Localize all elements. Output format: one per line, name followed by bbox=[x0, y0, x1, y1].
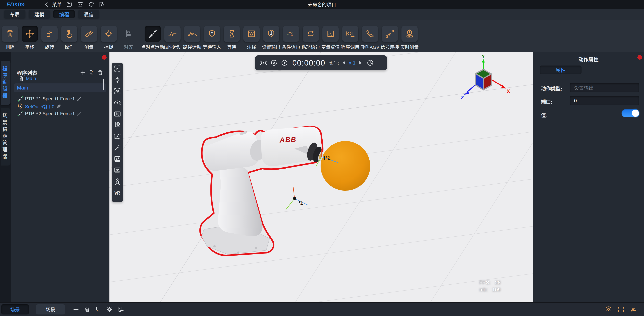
tool-set-output[interactable]: 设置输出 bbox=[261, 26, 281, 50]
code-window-icon[interactable] bbox=[77, 1, 84, 8]
side-tab-scene-manager[interactable]: 场景资源管理器 bbox=[1, 108, 10, 166]
tool-comment[interactable]: 注释 bbox=[242, 26, 261, 50]
speed-down-icon[interactable] bbox=[341, 60, 347, 66]
tool-label: 测量 bbox=[84, 44, 94, 50]
tool-if-statement[interactable]: IF()条件语句 bbox=[281, 26, 301, 50]
screen-refresh-icon[interactable] bbox=[113, 155, 122, 163]
wait-icon bbox=[224, 26, 240, 42]
tool-label: 设置输出 bbox=[262, 44, 280, 50]
tool-move[interactable]: 平移 bbox=[20, 26, 40, 50]
bottom-tabs: 场景场景 bbox=[0, 304, 65, 314]
call-icon bbox=[342, 26, 358, 42]
ribbon-tab-布局[interactable]: 布局 bbox=[4, 10, 25, 18]
clock-icon[interactable] bbox=[366, 59, 374, 67]
reset-icon[interactable] bbox=[270, 59, 278, 67]
vr-icon[interactable]: VR bbox=[113, 189, 122, 197]
record-icon[interactable] bbox=[605, 306, 612, 313]
export-icon[interactable] bbox=[117, 306, 124, 313]
tool-label: 对齐 bbox=[124, 44, 133, 50]
back-icon[interactable] bbox=[44, 1, 50, 8]
tool-measure-rt[interactable]: 实时测量 bbox=[400, 26, 419, 50]
arrow-eye-icon[interactable] bbox=[113, 144, 122, 152]
scene-tab-2[interactable]: 场景 bbox=[36, 304, 65, 314]
tool-rotate[interactable]: 旋转 bbox=[40, 26, 59, 50]
eye-fit-icon[interactable] bbox=[113, 87, 122, 95]
bottom-right-actions bbox=[605, 306, 637, 313]
tool-label: 呼叫AGV bbox=[360, 44, 379, 50]
copy2-icon[interactable] bbox=[95, 306, 102, 313]
broadcast-icon[interactable] bbox=[260, 59, 267, 67]
tool-label: 等待 bbox=[227, 44, 236, 50]
ruler-icon bbox=[81, 26, 97, 42]
play-icon[interactable] bbox=[280, 59, 288, 67]
ribbon-tab-通信[interactable]: 通信 bbox=[78, 10, 99, 18]
trash-icon[interactable] bbox=[97, 70, 103, 76]
program-file-row[interactable]: Main bbox=[11, 75, 110, 82]
axes-eye-icon[interactable] bbox=[113, 132, 122, 140]
orientation-gizmo: Y X Z bbox=[461, 54, 510, 100]
ribbon-tab-建模[interactable]: 建模 bbox=[29, 10, 50, 18]
comment-icon bbox=[244, 26, 260, 42]
ribbon-tab-编程[interactable]: 编程 bbox=[53, 10, 75, 18]
fullscreen-icon[interactable] bbox=[617, 306, 625, 313]
tool-wait[interactable]: 等待 bbox=[222, 26, 242, 50]
tool-hand[interactable]: 操作 bbox=[59, 26, 79, 50]
tool-phone[interactable]: 呼叫AGV bbox=[360, 26, 380, 50]
tool-ruler[interactable]: 测量 bbox=[79, 26, 99, 50]
app-logo: FDsim bbox=[6, 1, 25, 8]
tool-signal[interactable]: 信号连接 bbox=[380, 26, 400, 50]
properties-panel: 动作属性 属性 动作类型: 设置输出 端口: 0 值: bbox=[533, 52, 644, 302]
save-icon[interactable] bbox=[66, 1, 72, 8]
gear-icon[interactable] bbox=[106, 306, 113, 313]
eye-slash-icon[interactable] bbox=[76, 96, 82, 102]
scene-tab-1[interactable]: 场景 bbox=[1, 304, 29, 314]
expand-icon[interactable] bbox=[113, 110, 122, 118]
program-line-2[interactable]: SetOut 端口 0 bbox=[11, 102, 110, 110]
tool-label: 捕捉 bbox=[104, 44, 113, 50]
trash-icon[interactable] bbox=[84, 306, 90, 313]
linear-icon bbox=[164, 26, 180, 42]
tool-trash[interactable]: 删除 bbox=[0, 26, 20, 50]
tool-path-motion[interactable]: 路径运动 bbox=[182, 26, 202, 50]
eye-slash-icon[interactable] bbox=[76, 111, 82, 116]
tool-align: 对齐 bbox=[118, 26, 138, 50]
side-tab-program-editor[interactable]: 程序编辑器 bbox=[1, 61, 10, 105]
comment-bubble-icon[interactable] bbox=[630, 306, 637, 313]
program-line-text: PTP P2 Speed1 Force1 bbox=[25, 111, 75, 116]
value-toggle[interactable] bbox=[622, 109, 640, 117]
program-selected-row[interactable]: Main bbox=[14, 84, 106, 92]
tool-label: 旋转 bbox=[45, 44, 54, 50]
axis-globe-icon[interactable] bbox=[113, 121, 122, 129]
plus-icon[interactable] bbox=[80, 70, 86, 76]
action-type-input[interactable]: 设置输出 bbox=[570, 83, 639, 92]
copy2-icon[interactable] bbox=[88, 70, 94, 76]
program-line-3[interactable]: PTP P2 Speed1 Force1 bbox=[11, 110, 110, 118]
tool-assign[interactable]: (X)变量赋值 bbox=[320, 26, 340, 50]
main-toolbar: 删除平移旋转操作测量捕捉对齐点对点运动线性运动路径运动等待输入等待注释设置输出I… bbox=[0, 20, 644, 52]
focus-icon[interactable] bbox=[113, 76, 122, 84]
view-fit-icon[interactable] bbox=[113, 64, 122, 72]
port-input[interactable]: 0 bbox=[570, 96, 639, 105]
doc-search-icon[interactable] bbox=[98, 1, 105, 8]
avatar-icon[interactable] bbox=[113, 178, 122, 186]
viewport-toolbar: VR bbox=[112, 63, 123, 202]
signal-icon bbox=[382, 26, 398, 42]
tab-properties[interactable]: 属性 bbox=[540, 66, 582, 74]
tool-linear[interactable]: 线性运动 bbox=[162, 26, 182, 50]
menu-button[interactable]: 菜单 bbox=[52, 1, 62, 8]
tool-wait-input[interactable]: 等待输入 bbox=[202, 26, 222, 50]
refresh-icon[interactable] bbox=[88, 1, 94, 8]
assign-icon: (X) bbox=[322, 26, 339, 42]
screen-eye-icon[interactable] bbox=[113, 166, 122, 174]
tool-label: 变量赋值 bbox=[322, 44, 340, 50]
viewport-3d[interactable]: ABB P2 bbox=[110, 52, 533, 302]
program-line-1[interactable]: PTP P1 Speed1 Force1 bbox=[11, 95, 110, 102]
plus-icon[interactable] bbox=[73, 306, 80, 313]
tool-call[interactable]: 程序调用 bbox=[340, 26, 360, 50]
tool-ptp[interactable]: 点对点运动 bbox=[143, 26, 162, 50]
tool-snap[interactable]: 捕捉 bbox=[99, 26, 118, 50]
speed-up-icon[interactable] bbox=[357, 60, 363, 66]
eye-slash-icon[interactable] bbox=[56, 104, 62, 109]
orbit-icon[interactable] bbox=[113, 98, 122, 106]
tool-loop[interactable]: 循环语句 bbox=[301, 26, 320, 50]
